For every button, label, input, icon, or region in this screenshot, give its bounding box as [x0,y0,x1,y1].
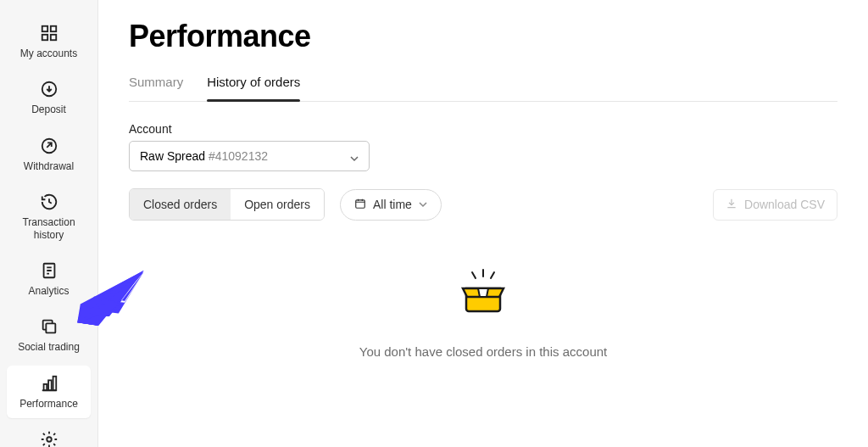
svg-rect-3 [50,35,55,40]
svg-rect-8 [43,384,47,390]
svg-rect-9 [48,380,52,390]
sidebar-item-label: My accounts [20,47,77,59]
time-filter[interactable]: All time [340,189,442,221]
sidebar-item-social-trading[interactable]: Social trading [7,309,91,361]
gear-icon [40,430,58,447]
grid-icon [40,24,58,42]
bar-chart-icon [40,374,58,393]
document-icon [40,261,58,280]
svg-rect-7 [46,324,55,333]
empty-state: You don't have closed orders in this acc… [129,268,837,359]
sidebar-item-performance[interactable]: Performance [7,366,91,418]
closed-orders-button[interactable]: Closed orders [130,189,231,220]
tabs: Summary History of orders [129,75,837,102]
sidebar: My accounts Deposit Withdrawal Transacti… [0,0,98,447]
account-selected: Raw Spread #41092132 [140,149,268,163]
sidebar-item-transaction-history[interactable]: Transaction history [7,184,91,249]
sidebar-item-settings[interactable]: Settings [7,422,91,447]
sidebar-item-label: Withdrawal [24,160,74,172]
chevron-down-icon [419,198,427,211]
empty-box-icon [458,268,509,322]
svg-rect-0 [42,26,47,31]
tab-summary[interactable]: Summary [129,75,183,101]
copy-icon [40,317,58,336]
account-select[interactable]: Raw Spread #41092132 [129,141,370,171]
sidebar-item-label: Social trading [18,341,80,353]
sidebar-item-label: Performance [19,398,78,410]
controls-row: Closed orders Open orders All time Downl… [129,188,837,221]
sidebar-item-label: Analytics [28,285,69,297]
download-icon [726,198,737,212]
sidebar-item-my-accounts[interactable]: My accounts [7,15,91,68]
main-content: Performance Summary History of orders Ac… [98,0,868,447]
arrow-up-circle-icon [40,137,58,155]
account-name: Raw Spread [140,149,205,163]
download-label: Download CSV [744,198,825,211]
empty-message: You don't have closed orders in this acc… [359,344,608,359]
open-orders-button[interactable]: Open orders [231,189,324,220]
chevron-down-icon [350,152,359,160]
svg-line-14 [472,272,476,278]
sidebar-item-deposit[interactable]: Deposit [7,71,91,124]
download-csv-button[interactable]: Download CSV [713,189,837,221]
account-id-value: #41092132 [209,149,268,163]
time-filter-label: All time [373,198,412,211]
sidebar-item-label: Deposit [31,103,66,115]
svg-rect-2 [42,35,47,40]
calendar-icon [354,198,366,212]
svg-line-15 [491,272,494,278]
sidebar-item-analytics[interactable]: Analytics [7,253,91,305]
svg-rect-12 [356,199,365,207]
order-type-segmented: Closed orders Open orders [129,188,325,221]
page-title: Performance [129,19,837,54]
svg-rect-1 [50,26,55,31]
svg-rect-10 [53,376,56,390]
history-icon [40,193,58,211]
download-circle-icon [40,80,58,98]
sidebar-item-withdrawal[interactable]: Withdrawal [7,128,91,181]
account-field: Account Raw Spread #41092132 [129,122,837,171]
account-label: Account [129,122,837,136]
svg-point-11 [47,437,52,442]
tab-history[interactable]: History of orders [207,75,300,101]
sidebar-item-label: Transaction history [10,216,87,241]
